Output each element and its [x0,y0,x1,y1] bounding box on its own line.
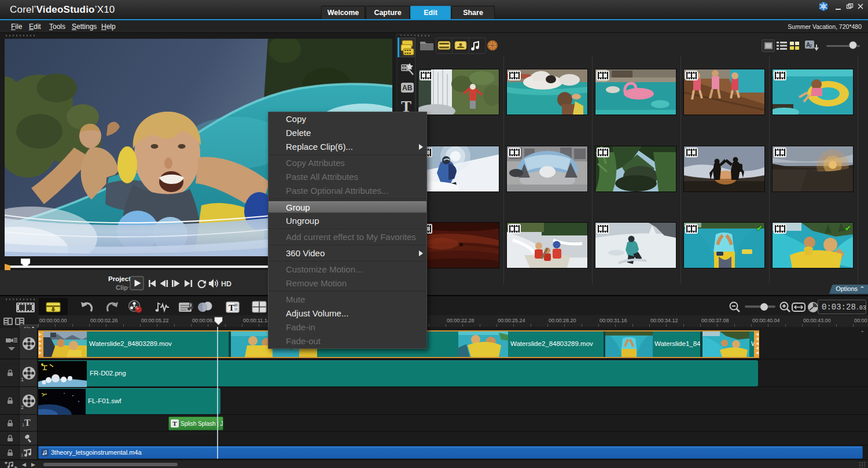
svg-text:HD: HD [221,280,231,288]
svg-text:AB: AB [402,84,413,92]
svg-text:z: z [810,43,812,49]
svg-text:T: T [229,303,234,312]
